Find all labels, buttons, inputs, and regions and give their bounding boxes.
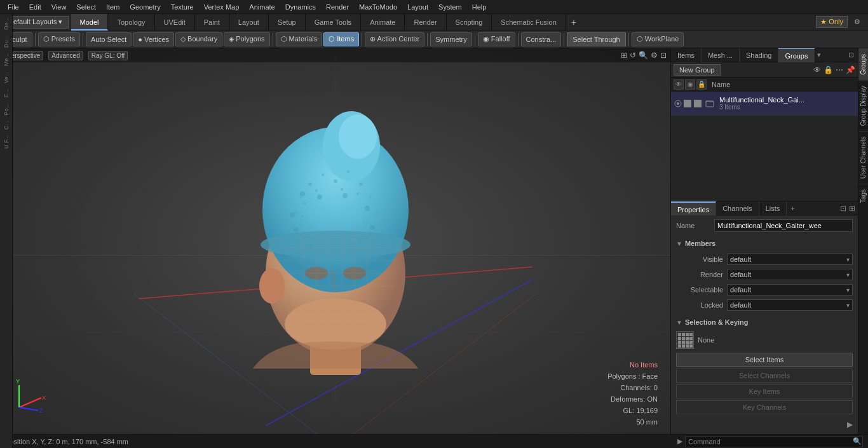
search-icon[interactable]: 🔍 [852, 437, 862, 447]
render-icon[interactable]: ◉ [685, 79, 695, 90]
viewport-icon-2[interactable]: ↺ [630, 51, 636, 60]
name-input[interactable] [714, 219, 853, 232]
viewport-icon-4[interactable]: ⚙ [651, 51, 658, 60]
panel-tabs-dropdown[interactable]: ▾ [815, 51, 824, 59]
command-input[interactable] [723, 438, 852, 445]
menu-layout[interactable]: Layout [402, 2, 433, 12]
group-eye-icon[interactable] [674, 99, 682, 108]
bb-expand-icon[interactable]: ▶ [675, 437, 685, 445]
key-items-button[interactable]: Key Items [676, 384, 853, 398]
ret-group-display[interactable]: Group Display [858, 80, 868, 131]
tab-uvedit[interactable]: UVEdit [155, 14, 195, 31]
selectable-dropdown[interactable]: default ▾ [727, 284, 853, 295]
members-section-header[interactable]: ▼ Members [676, 237, 853, 250]
sidebar-item-du[interactable]: Du... [2, 33, 11, 50]
group-row[interactable]: Multifunctional_Neck_Gai... 3 Items [671, 92, 858, 116]
tab-schematic-fusion[interactable]: Schematic Fusion [492, 14, 566, 31]
tab-topology[interactable]: Topology [108, 14, 154, 31]
menu-help[interactable]: Help [467, 2, 492, 12]
sidebar-item-me[interactable]: Me... [2, 51, 11, 69]
advanced-btn[interactable]: Advanced [48, 51, 83, 60]
sidebar-item-ve[interactable]: Ve... [2, 69, 11, 86]
tab-game-tools[interactable]: Game Tools [306, 14, 362, 31]
panel-tab-items[interactable]: Items [671, 48, 702, 62]
ray-gl-btn[interactable]: Ray GL: Off [88, 51, 128, 60]
key-channels-button[interactable]: Key Channels [676, 400, 853, 414]
boundary-button[interactable]: ◇ Boundary [175, 32, 222, 46]
star-only-btn[interactable]: ★ Only [816, 16, 848, 28]
menu-render[interactable]: Render [321, 2, 354, 12]
viewport-icon-3[interactable]: 🔍 [639, 51, 648, 60]
menu-item[interactable]: Item [101, 2, 125, 12]
symmetry-button[interactable]: Symmetry [430, 32, 472, 46]
sidebar-item-uf[interactable]: U F... [2, 133, 11, 151]
workplane-button[interactable]: ⬡ WorkPlane [632, 32, 684, 46]
tab-scripting[interactable]: Scripting [447, 14, 492, 31]
more-icon[interactable]: ⋯ [836, 65, 843, 74]
sidebar-item-e[interactable]: E... [2, 86, 11, 100]
locked-dropdown[interactable]: default ▾ [727, 299, 853, 311]
tab-add[interactable]: + [566, 14, 581, 31]
group-check-2[interactable] [694, 100, 702, 107]
action-center-button[interactable]: ⊕ Action Center [365, 32, 424, 46]
tab-animate[interactable]: Animate [361, 14, 405, 31]
expand-arrow[interactable]: ▶ [847, 420, 853, 429]
menu-select[interactable]: Select [71, 2, 101, 12]
pin-icon[interactable]: 📌 [846, 65, 855, 74]
prop-icon-2[interactable]: ⊞ [849, 204, 855, 213]
panel-tab-shading[interactable]: Shading [740, 48, 778, 62]
select-channels-button[interactable]: Select Channels [676, 369, 853, 383]
menu-edit[interactable]: Edit [24, 2, 46, 12]
ret-groups[interactable]: Groups [858, 48, 868, 80]
lock-icon[interactable]: 🔒 [824, 65, 833, 74]
prop-tab-channels[interactable]: Channels [716, 201, 759, 215]
tab-layout[interactable]: Layout [229, 14, 269, 31]
eye-icon[interactable]: 👁 [813, 65, 821, 74]
menu-view[interactable]: View [46, 2, 72, 12]
menu-maxtomodo[interactable]: MaxToModo [354, 2, 402, 12]
lock-header-icon[interactable]: 🔒 [696, 79, 707, 90]
items-button[interactable]: ⬡ Items [323, 32, 359, 46]
auto-select-button[interactable]: Auto Select [86, 32, 132, 46]
grid-icon-button[interactable] [676, 331, 694, 349]
panel-tab-groups[interactable]: Groups [778, 48, 815, 62]
menu-geometry[interactable]: Geometry [125, 2, 165, 12]
menu-texture[interactable]: Texture [166, 2, 199, 12]
prop-icon-1[interactable]: ⊡ [840, 204, 846, 213]
tab-paint[interactable]: Paint [195, 14, 229, 31]
falloff-button[interactable]: ◉ Falloff [478, 32, 515, 46]
presets-button[interactable]: ⬡ Presets [38, 32, 80, 46]
vis-icon[interactable]: 👁 [674, 79, 684, 90]
sidebar-item-po[interactable]: Po... [2, 101, 11, 118]
prop-tab-lists[interactable]: Lists [759, 201, 787, 215]
prop-tab-properties[interactable]: Properties [671, 201, 716, 215]
gear-button[interactable]: ⚙ [850, 17, 864, 27]
menu-dynamics[interactable]: Dynamics [280, 2, 321, 12]
menu-vertex-map[interactable]: Vertex Map [199, 2, 245, 12]
ret-tags[interactable]: Tags [858, 184, 868, 208]
visible-dropdown[interactable]: default ▾ [727, 254, 853, 265]
group-check-1[interactable] [684, 100, 691, 107]
prop-tab-add[interactable]: + [787, 205, 798, 212]
viewport-icon-5[interactable]: ⊡ [660, 51, 667, 60]
menu-system[interactable]: System [433, 2, 467, 12]
select-through-button[interactable]: Select Through [567, 32, 625, 46]
vertices-button[interactable]: ● Vertices [133, 32, 174, 46]
materials-button[interactable]: ⬡ Materials [276, 32, 323, 46]
constraints-button[interactable]: Constra... [521, 32, 562, 46]
render-dropdown[interactable]: default ▾ [727, 269, 853, 280]
tab-setup[interactable]: Setup [269, 14, 306, 31]
tab-render[interactable]: Render [405, 14, 446, 31]
sidebar-item-de[interactable]: De... [2, 15, 11, 32]
ret-user-channels[interactable]: User Channels [858, 131, 868, 184]
sel-keying-header[interactable]: ▼ Selection & Keying [676, 316, 853, 329]
new-group-button[interactable]: New Group [674, 64, 721, 76]
menu-file[interactable]: File [3, 2, 24, 12]
polygons-button[interactable]: ◈ Polygons [224, 32, 269, 46]
tab-model[interactable]: Model [71, 14, 109, 31]
panel-expand[interactable]: ⊡ [844, 51, 858, 59]
menu-animate[interactable]: Animate [244, 2, 280, 12]
sidebar-item-c[interactable]: C... [2, 118, 11, 132]
viewport-icon-1[interactable]: ⊞ [621, 51, 627, 60]
select-items-button[interactable]: Select Items [676, 353, 853, 367]
